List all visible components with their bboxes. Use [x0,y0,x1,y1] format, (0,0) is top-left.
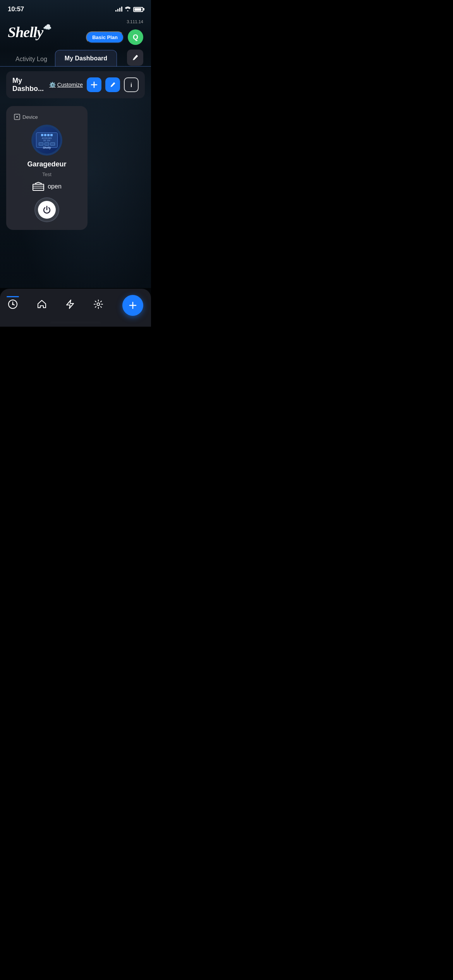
basic-plan-button[interactable]: Basic Plan [86,31,124,43]
add-button[interactable] [87,77,101,92]
device-type-label: Device [14,114,38,120]
device-type-text: Device [22,114,38,120]
svg-point-6 [12,303,14,305]
bolt-icon [66,299,74,312]
svg-point-7 [97,303,100,306]
device-name: Garagedeur [27,160,66,168]
tab-settings-bottom[interactable] [93,299,103,312]
power-icon [42,205,51,214]
avatar[interactable]: Q [128,29,143,45]
sliders-icon: ⚙️ [49,82,56,88]
info-button[interactable]: i [124,77,139,92]
bottom-bar [0,289,151,327]
dashboard-header: My Dashbo... ⚙️ Customize i [6,71,145,98]
settings-icon [93,299,103,312]
version-label: 3.111.14 [127,19,143,24]
garage-door-icon [32,182,45,191]
battery-icon [133,7,143,12]
fab-add-button[interactable] [122,295,143,316]
tab-dashboard-bottom[interactable] [8,299,18,312]
dashboard-icon [8,299,18,312]
home-icon [37,299,47,312]
device-image: ACOC240V DC 12V Shelly [31,125,62,156]
customize-button[interactable]: ⚙️ Customize [49,82,83,88]
status-bar: 10:57 [0,0,151,16]
devices-grid: Device ACOC240V DC 12V [0,103,151,233]
tab-home-bottom[interactable] [37,299,47,312]
status-time: 10:57 [8,5,24,13]
tabs: Activity Log My Dashboard [0,50,151,67]
svg-rect-2 [33,184,44,190]
edit-dashboard-button[interactable] [127,50,143,66]
dashboard-title: My Dashbo... [12,77,45,93]
tab-activity-log[interactable]: Activity Log [8,52,55,67]
tab-underline [0,66,151,67]
svg-point-1 [16,116,18,118]
shelly-device-visual: ACOC240V DC 12V Shelly [36,132,58,148]
edit-button[interactable] [105,77,120,92]
app-logo: Shelly [8,24,43,40]
header: Shelly ☁️ 3.111.14 Basic Plan Q [0,16,151,50]
header-controls: Basic Plan Q [86,29,143,45]
device-subtitle: Test [42,171,51,177]
wifi-icon [125,6,131,12]
device-status: open [32,182,62,191]
tab-my-dashboard[interactable]: My Dashboard [55,50,117,67]
cloud-icon: ☁️ [43,23,51,31]
power-button[interactable] [34,197,59,222]
device-status-label: open [48,183,62,190]
device-card-garagedeur[interactable]: Device ACOC240V DC 12V [6,106,88,230]
signal-icon [115,7,122,12]
header-right: 3.111.14 Basic Plan Q [86,19,143,45]
status-icons [115,6,143,12]
tab-automation-bottom[interactable] [66,299,74,312]
